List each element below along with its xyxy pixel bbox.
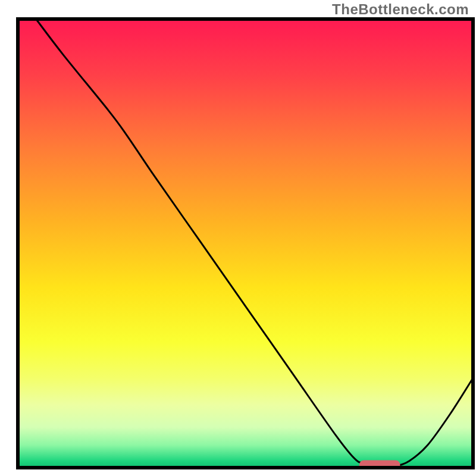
gradient-background bbox=[18, 19, 473, 468]
watermark-text: TheBottleneck.com bbox=[332, 1, 469, 18]
bottleneck-chart bbox=[0, 0, 476, 476]
chart-container: TheBottleneck.com bbox=[0, 0, 476, 476]
